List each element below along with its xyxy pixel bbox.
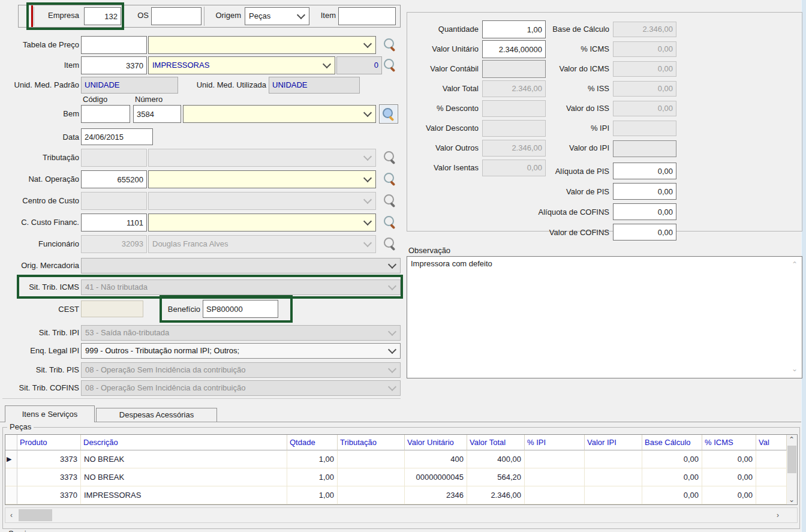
data-field[interactable]	[81, 128, 153, 145]
empresa-field[interactable]	[84, 7, 121, 25]
funcionario-code-field: 32093	[81, 235, 147, 253]
bem-numero-field[interactable]	[133, 105, 181, 123]
column-header[interactable]: % ICMS	[702, 435, 756, 450]
perc-ipi-label: % IPI	[516, 122, 609, 134]
base-calculo-label: Base de Cálculo	[516, 23, 609, 35]
orig-mercadoria-select[interactable]	[81, 258, 401, 273]
column-header[interactable]: Produto	[17, 435, 81, 450]
table-row[interactable]: 3373 NO BREAK 1,00 00000000045 564,20 0,…	[5, 468, 797, 486]
column-header[interactable]: Qtdade	[287, 435, 338, 450]
unid-med-padrao-label: Unid. Med. Padrão	[0, 79, 79, 91]
scrollbar-thumb[interactable]	[19, 509, 52, 521]
chevron-down-icon	[363, 174, 372, 182]
bem-codigo-field[interactable]	[81, 105, 130, 123]
magnifier-icon[interactable]	[383, 215, 398, 230]
tabela-preco-combo[interactable]	[148, 36, 376, 54]
aliquota-pis-field[interactable]	[613, 163, 676, 179]
column-header[interactable]: Valor IPI	[585, 435, 642, 450]
scroll-down-icon[interactable]: ⌄	[787, 495, 796, 504]
item-combo[interactable]: IMPRESSORAS	[148, 56, 335, 74]
pecas-table: Produto Descrição Qtdade Tributação Valo…	[5, 434, 798, 505]
chevron-down-icon	[363, 217, 372, 226]
bem-combo[interactable]	[183, 105, 376, 123]
c-custo-financ-code-field[interactable]	[81, 214, 147, 232]
column-header[interactable]: Valor Unitário	[405, 435, 467, 450]
chevron-down-icon	[297, 11, 305, 19]
bem-lookup-button[interactable]	[379, 104, 398, 124]
chevron-down-icon	[388, 383, 396, 391]
scroll-up-icon[interactable]: ⌃	[787, 435, 796, 444]
item-code-field[interactable]	[81, 56, 147, 74]
divider	[204, 7, 204, 26]
valor-cofins-field[interactable]	[613, 224, 676, 241]
os-field[interactable]	[151, 7, 202, 25]
scrollbar-thumb[interactable]	[787, 446, 796, 473]
magnifier-icon[interactable]	[383, 37, 398, 53]
origem-select[interactable]: Peças	[245, 7, 309, 25]
table-header-row: Produto Descrição Qtdade Tributação Valo…	[5, 435, 797, 450]
row-selector-header	[5, 435, 17, 450]
scroll-down-icon[interactable]: ⌄	[790, 365, 799, 373]
scroll-right-icon[interactable]: ›	[773, 510, 783, 520]
scroll-left-icon[interactable]: ‹	[7, 510, 16, 520]
chevron-down-icon	[388, 282, 396, 290]
nat-operacao-code-field[interactable]	[81, 170, 147, 188]
sit-trib-ipi-select: 53 - Saída não-tributada	[81, 325, 401, 341]
enq-legal-ipi-select[interactable]: 999 - Outros - Tributação normal IPI; Ou…	[81, 343, 401, 359]
item-label-top: Item	[313, 10, 336, 22]
nat-operacao-combo[interactable]	[148, 170, 376, 188]
aliquota-cofins-field[interactable]	[613, 203, 676, 220]
table-horizontal-scrollbar[interactable]: ‹ ›	[5, 507, 798, 523]
centro-custo-label: Centro de Custo	[0, 195, 79, 207]
perc-desconto-label: % Desconto	[409, 103, 479, 115]
sit-trib-ipi-label: Sit. Trib. IPI	[0, 327, 79, 339]
table-row[interactable]: ▶ 3373 NO BREAK 1,00 400 400,00 0,00 0,0…	[5, 450, 797, 468]
valor-total-label: Valor Total	[409, 83, 479, 95]
centro-custo-combo	[148, 192, 376, 210]
column-header[interactable]: Val	[756, 435, 787, 450]
perc-icms-label: % ICMS	[516, 43, 609, 55]
perc-ipi-field	[613, 121, 676, 136]
chevron-down-icon	[323, 60, 331, 68]
beneficio-label: Benefício	[163, 303, 200, 315]
perc-icms-field: 0,00	[613, 41, 676, 57]
unid-med-padrao-field: UNIDADE	[81, 77, 178, 94]
valor-pis-field[interactable]	[613, 183, 676, 200]
bem-codigo-label: Código	[83, 95, 119, 104]
tab-despesas-acessorias[interactable]: Despesas Acessórias	[96, 408, 217, 422]
observacao-textarea[interactable]: Impressora com defeito	[407, 256, 802, 378]
valor-unitario-label: Valor Unitário	[409, 43, 479, 55]
column-header[interactable]: % IPI	[525, 435, 585, 450]
column-header[interactable]: Tributação	[338, 435, 405, 450]
divider	[2, 398, 401, 399]
magnifier-icon[interactable]	[383, 172, 398, 187]
centro-custo-code-field	[81, 192, 147, 210]
chevron-down-icon	[363, 196, 372, 204]
chevron-down-icon	[363, 40, 372, 48]
chevron-down-icon	[363, 239, 372, 247]
tabela-preco-code-field[interactable]	[81, 36, 147, 54]
column-header[interactable]: Descrição	[81, 435, 287, 450]
column-header[interactable]: Base Cálculo	[642, 435, 702, 450]
beneficio-field[interactable]	[203, 300, 278, 318]
magnifier-icon[interactable]	[383, 58, 398, 73]
funcionario-combo: Douglas Franca Alves	[148, 235, 376, 253]
valor-outros-label: Valor Outros	[409, 142, 479, 154]
nat-operacao-label: Nat. Operação	[0, 173, 79, 185]
sit-trib-cofins-select: 08 - Operação Sem Incidência da contribu…	[81, 380, 401, 396]
c-custo-financ-combo[interactable]	[148, 214, 376, 232]
valor-icms-label: Valor do ICMS	[516, 63, 609, 75]
item-field-top[interactable]	[338, 7, 396, 25]
scroll-up-icon[interactable]: ⌃	[790, 260, 799, 269]
tab-itens-e-servicos[interactable]: Itens e Serviços	[5, 405, 95, 422]
table-vertical-scrollbar[interactable]: ⌃ ⌄	[787, 435, 797, 504]
orig-mercadoria-label: Orig. Mercadoria	[0, 260, 79, 272]
red-marker-line	[31, 5, 33, 27]
magnifier-icon	[383, 236, 398, 252]
divider	[34, 7, 34, 26]
tabela-preco-label: Tabela de Preço	[0, 39, 79, 51]
column-header[interactable]: Valor Total	[467, 435, 525, 450]
valor-contabil-label: Valor Contábil	[409, 63, 479, 75]
funcionario-label: Funcionário	[0, 238, 79, 250]
table-row[interactable]: 3370 IMPRESSORAS 1,00 2346 2.346,00 0,00…	[5, 486, 797, 504]
